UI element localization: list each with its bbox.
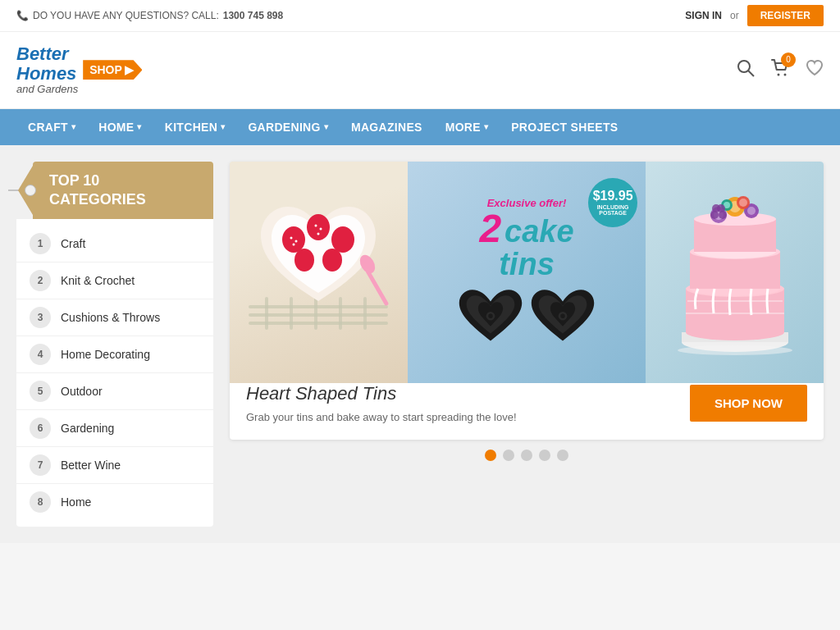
svg-point-16 bbox=[322, 249, 342, 272]
sidebar-item-label-gardening: Gardening bbox=[61, 422, 114, 435]
shop-badge[interactable]: SHOP ▶ bbox=[83, 60, 142, 80]
wishlist-icon[interactable] bbox=[806, 59, 824, 81]
logo-homes: Homes bbox=[16, 63, 76, 84]
hero-text: Heart Shaped Tins Grab your tins and bak… bbox=[246, 383, 517, 423]
svg-point-56 bbox=[678, 345, 792, 355]
promo-price-sub: INCLUDING POSTAGE bbox=[588, 204, 637, 217]
svg-point-17 bbox=[290, 236, 293, 239]
hero-card: Exclusive offer! 2 cake tins $19.95 INCL… bbox=[230, 162, 824, 440]
nav-item-gardening[interactable]: GARDENING ▾ bbox=[236, 109, 340, 145]
svg-point-26 bbox=[488, 314, 492, 318]
sidebar-item-knit[interactable]: 2 Knit & Crochet bbox=[16, 262, 213, 299]
hero-image-1-content bbox=[230, 162, 408, 383]
more-chevron-icon: ▾ bbox=[484, 122, 488, 131]
carousel-dot-5[interactable] bbox=[557, 450, 568, 461]
carousel-dot-2[interactable] bbox=[503, 450, 514, 461]
svg-point-13 bbox=[307, 214, 330, 240]
logo[interactable]: Better Homes and Gardens SHOP ▶ bbox=[16, 44, 142, 96]
nav-item-kitchen[interactable]: KITCHEN ▾ bbox=[153, 109, 237, 145]
sidebar-item-craft[interactable]: 1 Craft bbox=[16, 226, 213, 262]
sidebar-item-label-outdoor: Outdoor bbox=[61, 385, 103, 398]
phone-number: 1300 745 898 bbox=[223, 10, 283, 21]
main-nav: CRAFT ▾ HOME ▾ KITCHEN ▾ GARDENING ▾ MAG… bbox=[0, 109, 840, 145]
signin-link[interactable]: SIGN IN bbox=[685, 10, 722, 21]
sidebar-header: TOP 10 CATEGORIES bbox=[33, 162, 213, 220]
sidebar-item-home[interactable]: 8 Home bbox=[16, 484, 213, 520]
hero-footer: Heart Shaped Tins Grab your tins and bak… bbox=[230, 383, 824, 440]
main-content: TOP 10 CATEGORIES 1 Craft 2 Knit & Croch… bbox=[0, 145, 840, 544]
svg-point-51 bbox=[739, 199, 747, 207]
top-bar: 📞 DO YOU HAVE ANY QUESTIONS? CALL: 1300 … bbox=[0, 0, 840, 32]
promo-price-badge: $19.95 INCLUDING POSTAGE bbox=[588, 178, 637, 227]
kitchen-chevron-icon: ▾ bbox=[221, 122, 225, 131]
or-separator: or bbox=[730, 10, 739, 21]
cart-count: 0 bbox=[781, 52, 796, 67]
gardening-chevron-icon: ▾ bbox=[324, 122, 328, 131]
svg-point-14 bbox=[331, 226, 354, 253]
carousel-dots bbox=[230, 440, 824, 461]
svg-rect-10 bbox=[339, 297, 342, 330]
nav-item-magazines[interactable]: MAGAZINES bbox=[340, 109, 434, 145]
auth-area: SIGN IN or REGISTER bbox=[685, 5, 824, 26]
promo-tins: tins bbox=[499, 249, 555, 280]
register-button[interactable]: REGISTER bbox=[747, 5, 824, 26]
item-number-6: 6 bbox=[30, 418, 51, 439]
svg-point-0 bbox=[738, 61, 750, 72]
svg-rect-11 bbox=[363, 297, 367, 330]
item-number-4: 4 bbox=[30, 344, 51, 365]
craft-chevron-icon: ▾ bbox=[71, 122, 75, 131]
promo-price: $19.95 bbox=[593, 188, 633, 203]
nav-item-project-sheets[interactable]: PROJECT SHEETS bbox=[500, 109, 629, 145]
svg-rect-8 bbox=[290, 297, 293, 330]
svg-point-19 bbox=[293, 243, 295, 245]
cart-icon[interactable]: 0 bbox=[771, 59, 789, 81]
svg-point-28 bbox=[560, 314, 564, 318]
nav-item-craft[interactable]: CRAFT ▾ bbox=[16, 109, 87, 145]
sidebar-item-home-decorating[interactable]: 4 Home Decorating bbox=[16, 336, 213, 373]
sidebar-item-cushions[interactable]: 3 Cushions & Throws bbox=[16, 299, 213, 336]
svg-point-2 bbox=[778, 73, 780, 75]
phone-icon: 📞 bbox=[16, 10, 29, 21]
hero-image-1 bbox=[230, 162, 408, 383]
nav-item-more[interactable]: MORE ▾ bbox=[434, 109, 500, 145]
svg-rect-24 bbox=[365, 268, 389, 306]
svg-point-12 bbox=[282, 226, 305, 253]
contact-info: 📞 DO YOU HAVE ANY QUESTIONS? CALL: 1300 … bbox=[16, 10, 283, 21]
hero-images: Exclusive offer! 2 cake tins $19.95 INCL… bbox=[230, 162, 824, 383]
logo-gardens: and Gardens bbox=[16, 84, 78, 95]
svg-rect-7 bbox=[265, 297, 268, 330]
sidebar-item-label-craft: Craft bbox=[61, 237, 85, 250]
sidebar-item-label-cushions: Cushions & Throws bbox=[61, 311, 160, 324]
sidebar-item-gardening[interactable]: 6 Gardening bbox=[16, 410, 213, 447]
sidebar-item-better-wine[interactable]: 7 Better Wine bbox=[16, 447, 213, 484]
sidebar-item-label-better-wine: Better Wine bbox=[61, 459, 121, 472]
logo-text-block: Better Homes and Gardens bbox=[16, 44, 78, 96]
sidebar: TOP 10 CATEGORIES 1 Craft 2 Knit & Croch… bbox=[16, 162, 213, 527]
svg-rect-4 bbox=[249, 305, 388, 308]
hero-image-3 bbox=[646, 162, 824, 383]
search-icon[interactable] bbox=[737, 59, 755, 81]
sidebar-list: 1 Craft 2 Knit & Crochet 3 Cushions & Th… bbox=[16, 219, 213, 527]
sidebar-heading-line2: CATEGORIES bbox=[49, 190, 197, 209]
nav-item-home[interactable]: HOME ▾ bbox=[87, 109, 153, 145]
svg-point-18 bbox=[295, 240, 298, 242]
logo-better: Better bbox=[16, 43, 69, 64]
sidebar-header-wrapper: TOP 10 CATEGORIES bbox=[33, 162, 213, 220]
item-number-8: 8 bbox=[30, 491, 51, 513]
svg-point-3 bbox=[784, 73, 787, 75]
svg-point-47 bbox=[747, 207, 756, 215]
question-text: DO YOU HAVE ANY QUESTIONS? CALL: bbox=[33, 10, 219, 21]
hero-area: Exclusive offer! 2 cake tins $19.95 INCL… bbox=[230, 162, 824, 527]
carousel-dot-1[interactable] bbox=[485, 450, 496, 461]
svg-point-22 bbox=[317, 232, 320, 235]
item-number-5: 5 bbox=[30, 381, 51, 402]
shop-now-button[interactable]: SHOP NOW bbox=[690, 385, 807, 422]
carousel-dot-4[interactable] bbox=[539, 450, 550, 461]
promo-number: 2 bbox=[479, 209, 501, 249]
svg-point-54 bbox=[710, 211, 719, 219]
sidebar-item-outdoor[interactable]: 5 Outdoor bbox=[16, 373, 213, 410]
sidebar-item-label-knit: Knit & Crochet bbox=[61, 274, 135, 287]
svg-rect-6 bbox=[249, 322, 388, 325]
site-header: Better Homes and Gardens SHOP ▶ 0 bbox=[0, 32, 840, 109]
carousel-dot-3[interactable] bbox=[521, 450, 532, 461]
